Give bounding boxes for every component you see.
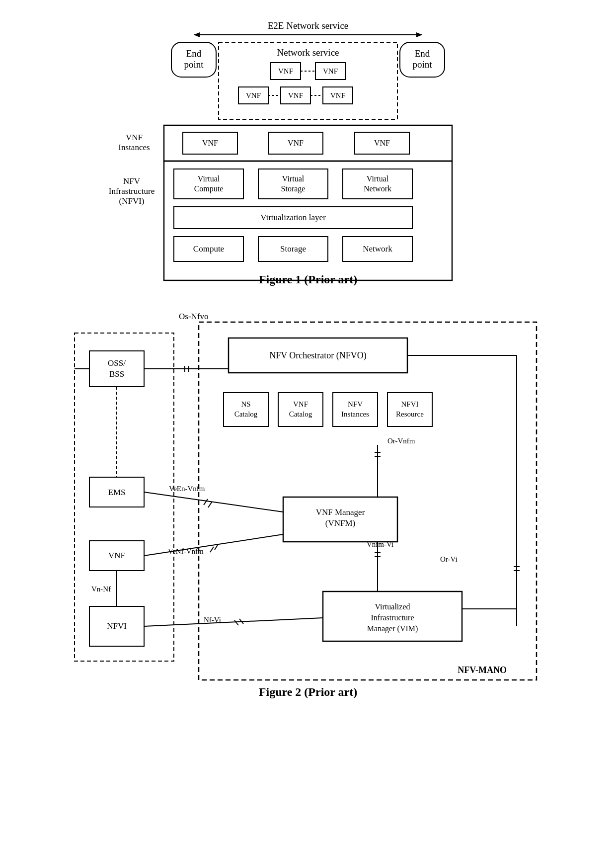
svg-text:Network: Network	[364, 184, 391, 193]
svg-text:End: End	[415, 48, 430, 59]
svg-text:Network service: Network service	[277, 47, 339, 58]
svg-text:point: point	[412, 59, 432, 70]
figure1-diagram: E2E Network service End point End point …	[84, 15, 532, 293]
svg-text:Os-Nfvo: Os-Nfvo	[179, 312, 209, 321]
svg-text:End: End	[186, 48, 202, 59]
svg-text:OSS/: OSS/	[108, 358, 126, 368]
svg-rect-80	[387, 393, 432, 426]
svg-text:E2E Network service: E2E Network service	[268, 20, 349, 31]
svg-text:VNF: VNF	[293, 400, 308, 408]
svg-text:Catalog: Catalog	[289, 410, 312, 418]
svg-text:Vnfm-Vi: Vnfm-Vi	[367, 540, 393, 548]
svg-rect-44	[343, 169, 412, 199]
svg-text:Instances: Instances	[341, 410, 369, 418]
svg-line-121	[234, 620, 238, 625]
svg-rect-71	[224, 393, 268, 426]
svg-text:Virtualized: Virtualized	[375, 602, 410, 611]
svg-text:NFVI: NFVI	[401, 400, 418, 408]
svg-text:EMS: EMS	[108, 488, 126, 497]
svg-text:Compute: Compute	[194, 184, 224, 193]
svg-text:BSS: BSS	[109, 369, 124, 379]
svg-rect-60	[89, 351, 144, 387]
svg-text:point: point	[184, 59, 204, 70]
svg-text:VNF: VNF	[278, 67, 293, 75]
svg-rect-77	[333, 393, 378, 426]
svg-text:Virtual: Virtual	[198, 174, 220, 183]
svg-text:Infrastructure: Infrastructure	[371, 613, 414, 622]
svg-text:NFV-MANO: NFV-MANO	[458, 665, 507, 675]
page: E2E Network service End point End point …	[0, 0, 616, 721]
svg-marker-3	[416, 32, 422, 37]
svg-text:Instances: Instances	[118, 143, 150, 152]
svg-rect-74	[278, 393, 323, 426]
svg-text:NS: NS	[241, 400, 250, 408]
figure2: Os-Nfvo NFV-MANO OSS/ BSS EMS VNF NFVI N…	[30, 298, 586, 706]
svg-text:VeEn-Vnfm: VeEn-Vnfm	[169, 485, 205, 493]
svg-text:Or-Vnfm: Or-Vnfm	[387, 437, 415, 445]
svg-rect-41	[258, 169, 328, 199]
svg-line-94	[208, 502, 212, 507]
svg-text:VeNf-Vnfm: VeNf-Vnfm	[168, 547, 204, 555]
svg-text:Virtualization layer: Virtualization layer	[260, 213, 326, 222]
figure2-diagram: Os-Nfvo NFV-MANO OSS/ BSS EMS VNF NFVI N…	[60, 298, 556, 706]
svg-text:VNF: VNF	[126, 133, 143, 142]
svg-text:Figure 2 (Prior art): Figure 2 (Prior art)	[259, 685, 357, 698]
svg-text:Infrastructure: Infrastructure	[109, 186, 155, 196]
svg-text:VNF: VNF	[108, 551, 125, 560]
svg-text:Storage: Storage	[280, 244, 306, 253]
svg-text:Network: Network	[363, 244, 392, 253]
svg-line-93	[204, 499, 208, 505]
svg-text:Virtual: Virtual	[282, 174, 305, 183]
figure1: E2E Network service End point End point …	[30, 15, 586, 293]
svg-text:VNF: VNF	[330, 91, 345, 99]
svg-line-120	[144, 618, 323, 626]
svg-line-100	[210, 547, 214, 552]
svg-text:VNF Manager: VNF Manager	[316, 507, 365, 517]
svg-text:Storage: Storage	[281, 184, 306, 193]
svg-text:VNF: VNF	[374, 139, 390, 147]
svg-text:Catalog: Catalog	[234, 410, 258, 418]
svg-marker-2	[194, 32, 200, 37]
svg-text:VNF: VNF	[202, 139, 218, 147]
svg-text:Vn-Nf: Vn-Nf	[91, 585, 111, 593]
svg-text:Or-Vi: Or-Vi	[440, 555, 458, 563]
svg-text:Compute: Compute	[193, 244, 224, 253]
svg-text:VNF: VNF	[246, 91, 261, 99]
svg-line-98	[144, 534, 283, 556]
svg-text:VNF: VNF	[323, 67, 338, 75]
svg-text:NFV: NFV	[348, 400, 363, 408]
svg-text:Resource: Resource	[396, 410, 424, 418]
svg-text:NFV Orchestrator (NFVO): NFV Orchestrator (NFVO)	[269, 350, 367, 361]
svg-text:NFV: NFV	[123, 176, 141, 186]
svg-text:Figure 1 (Prior art): Figure 1 (Prior art)	[259, 273, 357, 286]
svg-text:Manager (VIM): Manager (VIM)	[367, 624, 418, 633]
svg-text:VNF: VNF	[288, 91, 303, 99]
svg-text:(NFVI): (NFVI)	[119, 196, 145, 206]
svg-text:(VNFM): (VNFM)	[325, 518, 355, 528]
svg-line-92	[144, 492, 283, 512]
svg-text:Virtual: Virtual	[367, 174, 389, 183]
svg-text:VNF: VNF	[288, 139, 304, 147]
svg-text:NFVI: NFVI	[107, 621, 127, 631]
svg-rect-38	[174, 169, 243, 199]
